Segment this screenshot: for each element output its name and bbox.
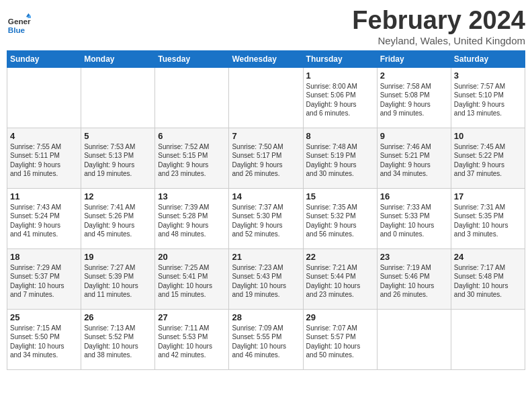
day-info: Sunrise: 7:27 AM Sunset: 5:39 PM Dayligh… <box>84 263 152 300</box>
day-number: 6 <box>158 131 226 141</box>
calendar-cell: 12Sunrise: 7:41 AM Sunset: 5:26 PM Dayli… <box>81 188 155 248</box>
day-info: Sunrise: 7:45 AM Sunset: 5:22 PM Dayligh… <box>454 142 522 179</box>
day-info: Sunrise: 7:31 AM Sunset: 5:35 PM Dayligh… <box>454 203 522 239</box>
day-number: 28 <box>232 312 300 322</box>
calendar-cell: 24Sunrise: 7:17 AM Sunset: 5:48 PM Dayli… <box>451 248 525 309</box>
calendar-cell: 14Sunrise: 7:37 AM Sunset: 5:30 PM Dayli… <box>229 188 303 248</box>
calendar-cell: 26Sunrise: 7:13 AM Sunset: 5:52 PM Dayli… <box>81 309 155 369</box>
calendar-cell: 20Sunrise: 7:25 AM Sunset: 5:41 PM Dayli… <box>155 248 229 309</box>
calendar-cell: 1Sunrise: 8:00 AM Sunset: 5:06 PM Daylig… <box>303 67 377 128</box>
day-number: 13 <box>158 191 226 201</box>
day-info: Sunrise: 7:52 AM Sunset: 5:15 PM Dayligh… <box>158 142 226 179</box>
day-number: 7 <box>232 131 300 141</box>
day-number: 8 <box>306 131 374 141</box>
day-number: 24 <box>454 252 522 262</box>
day-number: 1 <box>306 71 374 81</box>
calendar-cell <box>81 67 155 128</box>
day-number: 27 <box>158 312 226 322</box>
calendar-cell: 8Sunrise: 7:48 AM Sunset: 5:19 PM Daylig… <box>303 128 377 188</box>
calendar-cell: 23Sunrise: 7:19 AM Sunset: 5:46 PM Dayli… <box>377 248 451 309</box>
day-info: Sunrise: 7:37 AM Sunset: 5:30 PM Dayligh… <box>232 203 300 239</box>
calendar-cell: 18Sunrise: 7:29 AM Sunset: 5:37 PM Dayli… <box>7 248 81 309</box>
day-info: Sunrise: 7:33 AM Sunset: 5:33 PM Dayligh… <box>380 203 448 239</box>
day-info: Sunrise: 7:53 AM Sunset: 5:13 PM Dayligh… <box>84 142 152 179</box>
day-number: 2 <box>380 71 448 81</box>
day-info: Sunrise: 7:41 AM Sunset: 5:26 PM Dayligh… <box>84 203 152 239</box>
day-info: Sunrise: 7:23 AM Sunset: 5:43 PM Dayligh… <box>232 263 300 300</box>
calendar-week-3: 18Sunrise: 7:29 AM Sunset: 5:37 PM Dayli… <box>7 248 525 309</box>
day-number: 3 <box>454 71 522 81</box>
calendar-cell: 16Sunrise: 7:33 AM Sunset: 5:33 PM Dayli… <box>377 188 451 248</box>
calendar-header-row: Sunday Monday Tuesday Wednesday Thursday… <box>7 50 525 67</box>
header-sunday: Sunday <box>7 50 81 67</box>
day-number: 11 <box>10 191 78 201</box>
day-number: 22 <box>306 252 374 262</box>
day-info: Sunrise: 7:58 AM Sunset: 5:08 PM Dayligh… <box>380 82 448 118</box>
header-thursday: Thursday <box>303 50 377 67</box>
calendar-cell: 3Sunrise: 7:57 AM Sunset: 5:10 PM Daylig… <box>451 67 525 128</box>
calendar-cell: 15Sunrise: 7:35 AM Sunset: 5:32 PM Dayli… <box>303 188 377 248</box>
day-info: Sunrise: 7:09 AM Sunset: 5:55 PM Dayligh… <box>232 324 300 360</box>
day-number: 21 <box>232 252 300 262</box>
day-number: 16 <box>380 191 448 201</box>
calendar-week-4: 25Sunrise: 7:15 AM Sunset: 5:50 PM Dayli… <box>7 309 525 369</box>
logo: General Blue <box>7 12 31 36</box>
calendar-cell: 28Sunrise: 7:09 AM Sunset: 5:55 PM Dayli… <box>229 309 303 369</box>
day-info: Sunrise: 7:35 AM Sunset: 5:32 PM Dayligh… <box>306 203 374 239</box>
header-tuesday: Tuesday <box>155 50 229 67</box>
day-number: 20 <box>158 252 226 262</box>
calendar-cell: 25Sunrise: 7:15 AM Sunset: 5:50 PM Dayli… <box>7 309 81 369</box>
calendar-cell <box>377 309 451 369</box>
calendar-cell <box>155 67 229 128</box>
calendar-cell: 29Sunrise: 7:07 AM Sunset: 5:57 PM Dayli… <box>303 309 377 369</box>
calendar-cell: 11Sunrise: 7:43 AM Sunset: 5:24 PM Dayli… <box>7 188 81 248</box>
day-number: 12 <box>84 191 152 201</box>
calendar-cell: 17Sunrise: 7:31 AM Sunset: 5:35 PM Dayli… <box>451 188 525 248</box>
header-saturday: Saturday <box>451 50 525 67</box>
calendar-week-1: 4Sunrise: 7:55 AM Sunset: 5:11 PM Daylig… <box>7 128 525 188</box>
day-info: Sunrise: 7:25 AM Sunset: 5:41 PM Dayligh… <box>158 263 226 300</box>
day-info: Sunrise: 7:13 AM Sunset: 5:52 PM Dayligh… <box>84 324 152 360</box>
page-header: General Blue February 2024 Neyland, Wale… <box>7 7 525 46</box>
calendar-cell: 27Sunrise: 7:11 AM Sunset: 5:53 PM Dayli… <box>155 309 229 369</box>
title-block: February 2024 Neyland, Wales, United Kin… <box>352 7 525 46</box>
day-number: 29 <box>306 312 374 322</box>
header-monday: Monday <box>81 50 155 67</box>
day-info: Sunrise: 7:48 AM Sunset: 5:19 PM Dayligh… <box>306 142 374 179</box>
calendar-cell: 7Sunrise: 7:50 AM Sunset: 5:17 PM Daylig… <box>229 128 303 188</box>
calendar-cell: 13Sunrise: 7:39 AM Sunset: 5:28 PM Dayli… <box>155 188 229 248</box>
day-number: 26 <box>84 312 152 322</box>
day-number: 18 <box>10 252 78 262</box>
day-info: Sunrise: 7:19 AM Sunset: 5:46 PM Dayligh… <box>380 263 448 300</box>
day-info: Sunrise: 7:15 AM Sunset: 5:50 PM Dayligh… <box>10 324 78 360</box>
header-friday: Friday <box>377 50 451 67</box>
calendar-cell: 5Sunrise: 7:53 AM Sunset: 5:13 PM Daylig… <box>81 128 155 188</box>
calendar-cell: 2Sunrise: 7:58 AM Sunset: 5:08 PM Daylig… <box>377 67 451 128</box>
day-info: Sunrise: 8:00 AM Sunset: 5:06 PM Dayligh… <box>306 82 374 118</box>
day-info: Sunrise: 7:39 AM Sunset: 5:28 PM Dayligh… <box>158 203 226 239</box>
day-info: Sunrise: 7:46 AM Sunset: 5:21 PM Dayligh… <box>380 142 448 179</box>
calendar-week-0: 1Sunrise: 8:00 AM Sunset: 5:06 PM Daylig… <box>7 67 525 128</box>
day-info: Sunrise: 7:07 AM Sunset: 5:57 PM Dayligh… <box>306 324 374 360</box>
day-number: 17 <box>454 191 522 201</box>
svg-text:Blue: Blue <box>8 26 26 34</box>
calendar-cell: 21Sunrise: 7:23 AM Sunset: 5:43 PM Dayli… <box>229 248 303 309</box>
calendar-title: February 2024 <box>352 7 525 35</box>
header-wednesday: Wednesday <box>229 50 303 67</box>
calendar-cell: 19Sunrise: 7:27 AM Sunset: 5:39 PM Dayli… <box>81 248 155 309</box>
calendar-cell: 6Sunrise: 7:52 AM Sunset: 5:15 PM Daylig… <box>155 128 229 188</box>
calendar-cell <box>7 67 81 128</box>
day-number: 25 <box>10 312 78 322</box>
calendar-cell <box>229 67 303 128</box>
day-number: 19 <box>84 252 152 262</box>
day-info: Sunrise: 7:11 AM Sunset: 5:53 PM Dayligh… <box>158 324 226 360</box>
day-number: 4 <box>10 131 78 141</box>
calendar-week-2: 11Sunrise: 7:43 AM Sunset: 5:24 PM Dayli… <box>7 188 525 248</box>
day-info: Sunrise: 7:55 AM Sunset: 5:11 PM Dayligh… <box>10 142 78 179</box>
day-number: 5 <box>84 131 152 141</box>
day-number: 15 <box>306 191 374 201</box>
day-number: 14 <box>232 191 300 201</box>
day-number: 10 <box>454 131 522 141</box>
day-info: Sunrise: 7:21 AM Sunset: 5:44 PM Dayligh… <box>306 263 374 300</box>
calendar-subtitle: Neyland, Wales, United Kingdom <box>352 35 525 46</box>
